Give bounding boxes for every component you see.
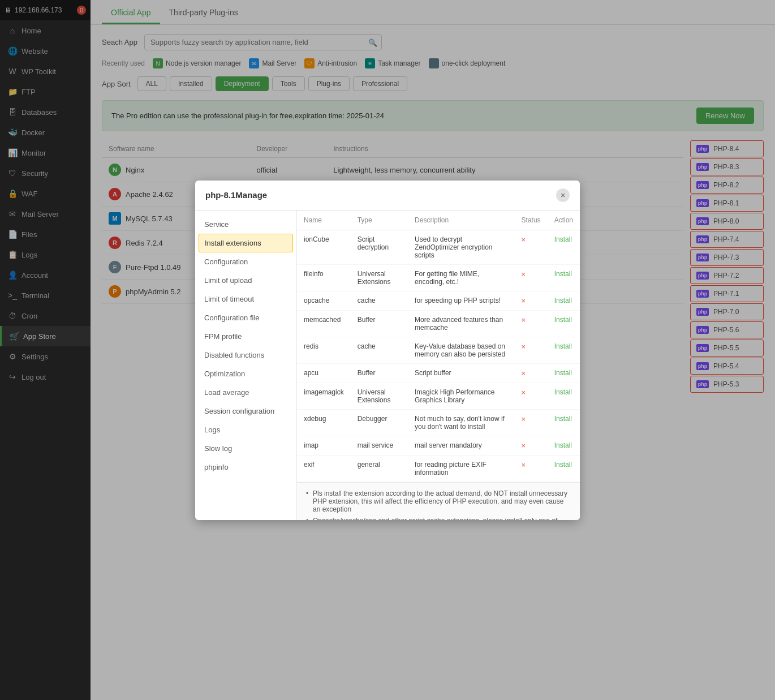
- ext-action[interactable]: Install: [548, 310, 580, 337]
- ext-description: for reading picture EXIF information: [408, 455, 514, 482]
- modal-nav-optimization[interactable]: Optimization: [195, 364, 296, 383]
- ext-status: ×: [515, 310, 548, 337]
- ext-type: Buffer: [351, 363, 408, 383]
- modal-sidebar: ServiceInstall extensionsConfigurationLi…: [195, 211, 297, 520]
- ext-type: cache: [351, 291, 408, 310]
- ext-name: exif: [297, 455, 351, 482]
- ext-action[interactable]: Install: [548, 264, 580, 291]
- modal-nav-configuration-file[interactable]: Configuration file: [195, 308, 296, 327]
- ext-description: Not much to say, don't know if you don't…: [408, 409, 514, 436]
- ext-name: xdebug: [297, 409, 351, 436]
- ext-status: ×: [515, 337, 548, 363]
- php-manage-modal: php-8.1Manage × ServiceInstall extension…: [195, 181, 580, 520]
- ext-col-action: Action: [548, 211, 580, 230]
- ext-status: ×: [515, 436, 548, 455]
- ext-description: More advanced features than memcache: [408, 310, 514, 337]
- ext-name: redis: [297, 337, 351, 363]
- ext-description: Imagick High Performance Graphics Librar…: [408, 383, 514, 409]
- ext-status: ×: [515, 264, 548, 291]
- ext-type: Debugger: [351, 409, 408, 436]
- modal-nav-limit-of-timeout[interactable]: Limit of timeout: [195, 290, 296, 308]
- ext-name: apcu: [297, 363, 351, 383]
- ext-status: ×: [515, 291, 548, 310]
- modal-nav-configuration[interactable]: Configuration: [195, 252, 296, 271]
- ext-description: mail server mandatory: [408, 436, 514, 455]
- ext-name: imap: [297, 436, 351, 455]
- ext-description: for speeding up PHP scripts!: [408, 291, 514, 310]
- modal-footer: Pls install the extension according to t…: [297, 482, 580, 520]
- ext-status: ×: [515, 383, 548, 409]
- ext-status: ×: [515, 363, 548, 383]
- modal-overlay[interactable]: php-8.1Manage × ServiceInstall extension…: [0, 0, 775, 700]
- ext-table-row: imap mail service mail server mandatory …: [297, 436, 580, 455]
- ext-table-row: memcached Buffer More advanced features …: [297, 310, 580, 337]
- ext-type: Script decryption: [351, 230, 408, 264]
- ext-type: mail service: [351, 436, 408, 455]
- modal-body: ServiceInstall extensionsConfigurationLi…: [195, 211, 580, 520]
- ext-name: imagemagick: [297, 383, 351, 409]
- extensions-table: Name Type Description Status Action ionC…: [297, 211, 580, 482]
- ext-table-row: apcu Buffer Script buffer × Install: [297, 363, 580, 383]
- ext-col-status: Status: [515, 211, 548, 230]
- modal-nav-phpinfo[interactable]: phpinfo: [195, 458, 296, 476]
- ext-table-row: fileinfo Universal Extensions For gettin…: [297, 264, 580, 291]
- ext-col-type: Type: [351, 211, 408, 230]
- ext-type: Universal Extensions: [351, 383, 408, 409]
- ext-name: fileinfo: [297, 264, 351, 291]
- ext-name: memcached: [297, 310, 351, 337]
- modal-nav-install-extensions[interactable]: Install extensions: [199, 234, 293, 252]
- modal-nav-fpm-profile[interactable]: FPM profile: [195, 327, 296, 346]
- ext-action[interactable]: Install: [548, 436, 580, 455]
- ext-table-row: xdebug Debugger Not much to say, don't k…: [297, 409, 580, 436]
- footer-note: Opcache/xcache/apc and other script cach…: [306, 517, 571, 520]
- ext-table-row: exif general for reading picture EXIF in…: [297, 455, 580, 482]
- modal-nav-load-average[interactable]: Load average: [195, 383, 296, 402]
- ext-table-row: imagemagick Universal Extensions Imagick…: [297, 383, 580, 409]
- ext-table-row: redis cache Key-Value database based on …: [297, 337, 580, 363]
- ext-type: Buffer: [351, 310, 408, 337]
- ext-action[interactable]: Install: [548, 230, 580, 264]
- ext-col-name: Name: [297, 211, 351, 230]
- modal-main-content: Name Type Description Status Action ionC…: [297, 211, 580, 520]
- ext-col-desc: Description: [408, 211, 514, 230]
- modal-nav-limit-of-upload[interactable]: Limit of upload: [195, 271, 296, 290]
- ext-name: ionCube: [297, 230, 351, 264]
- ext-description: Key-Value database based on memory can a…: [408, 337, 514, 363]
- modal-close-button[interactable]: ×: [556, 188, 570, 202]
- ext-type: Universal Extensions: [351, 264, 408, 291]
- ext-table-row: opcache cache for speeding up PHP script…: [297, 291, 580, 310]
- ext-status: ×: [515, 230, 548, 264]
- ext-status: ×: [515, 409, 548, 436]
- ext-action[interactable]: Install: [548, 409, 580, 436]
- ext-action[interactable]: Install: [548, 363, 580, 383]
- ext-action[interactable]: Install: [548, 383, 580, 409]
- ext-description: For getting file MIME, encoding, etc.!: [408, 264, 514, 291]
- ext-action[interactable]: Install: [548, 291, 580, 310]
- ext-action[interactable]: Install: [548, 337, 580, 363]
- ext-type: general: [351, 455, 408, 482]
- modal-nav-logs[interactable]: Logs: [195, 420, 296, 439]
- footer-note: Pls install the extension according to t…: [306, 489, 571, 513]
- ext-type: cache: [351, 337, 408, 363]
- modal-nav-session-configuration[interactable]: Session configuration: [195, 402, 296, 420]
- modal-nav-disabled-functions[interactable]: Disabled functions: [195, 346, 296, 364]
- modal-nav-slow-log[interactable]: Slow log: [195, 439, 296, 458]
- modal-header: php-8.1Manage ×: [195, 181, 580, 211]
- ext-name: opcache: [297, 291, 351, 310]
- ext-status: ×: [515, 455, 548, 482]
- ext-description: Script buffer: [408, 363, 514, 383]
- modal-title: php-8.1Manage: [205, 190, 267, 200]
- modal-nav-service[interactable]: Service: [195, 215, 296, 234]
- ext-description: Used to decrypt ZendOptimizer encryption…: [408, 230, 514, 264]
- ext-action[interactable]: Install: [548, 455, 580, 482]
- ext-table-row: ionCube Script decryption Used to decryp…: [297, 230, 580, 264]
